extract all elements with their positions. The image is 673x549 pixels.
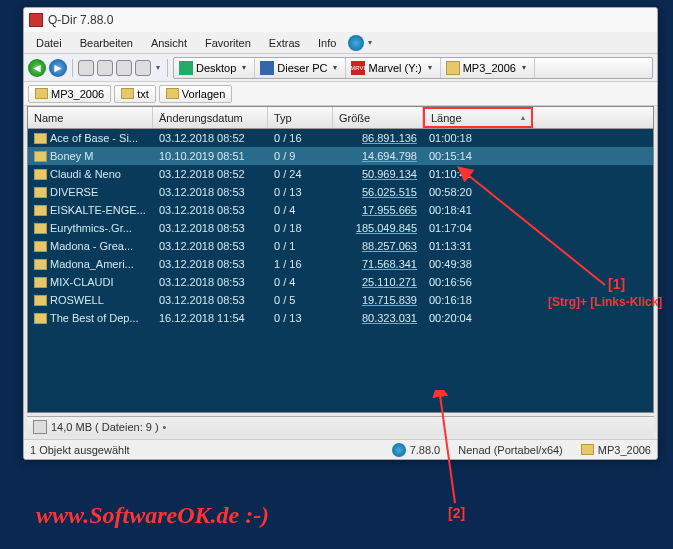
column-headers: Name Änderungsdatum Typ Größe Länge▴ xyxy=(28,107,653,129)
chevron-down-icon[interactable]: ▾ xyxy=(519,63,529,72)
cell-typ: 0 / 24 xyxy=(268,167,333,181)
menu-dropdown-icon[interactable]: ▾ xyxy=(366,38,374,47)
cell-date: 03.12.2018 08:53 xyxy=(153,221,268,235)
file-list[interactable]: Ace of Base - Si...03.12.2018 08:520 / 1… xyxy=(28,129,653,412)
cell-length: 00:49:38 xyxy=(423,257,533,271)
cell-name: The Best of Dep... xyxy=(28,311,153,325)
bc-drive[interactable]: MRVL Marvel (Y:) ▾ xyxy=(346,58,440,78)
bc-label: Dieser PC xyxy=(277,62,327,74)
table-row[interactable]: Claudi & Neno03.12.2018 08:520 / 2450.96… xyxy=(28,165,653,183)
folder-tabs: MP3_2006 txt Vorlagen xyxy=(24,82,657,106)
app-icon xyxy=(29,13,43,27)
bc-desktop[interactable]: Desktop ▾ xyxy=(174,58,255,78)
cell-size: 80.323.031 xyxy=(333,311,423,325)
cell-typ: 0 / 1 xyxy=(268,239,333,253)
chevron-down-icon[interactable]: ▾ xyxy=(330,63,340,72)
back-button[interactable]: ◄ xyxy=(28,59,46,77)
table-row[interactable]: DIVERSE03.12.2018 08:530 / 1356.025.5150… xyxy=(28,183,653,201)
folder-icon xyxy=(35,88,48,99)
cell-size: 19.715.839 xyxy=(333,293,423,307)
app-window: Q-Dir 7.88.0 Datei Bearbeiten Ansicht Fa… xyxy=(23,7,658,460)
cell-size: 17.955.665 xyxy=(333,203,423,217)
col-date[interactable]: Änderungsdatum xyxy=(153,107,268,128)
table-row[interactable]: Eurythmics-.Gr...03.12.2018 08:530 / 181… xyxy=(28,219,653,237)
menu-edit[interactable]: Bearbeiten xyxy=(72,35,141,51)
status-folder: MP3_2006 xyxy=(598,444,651,456)
chevron-down-icon[interactable]: ▾ xyxy=(425,63,435,72)
cell-name: DIVERSE xyxy=(28,185,153,199)
cell-size: 50.969.134 xyxy=(333,167,423,181)
menubar: Datei Bearbeiten Ansicht Favoriten Extra… xyxy=(24,32,657,54)
menu-extras[interactable]: Extras xyxy=(261,35,308,51)
cell-name: Boney M xyxy=(28,149,153,163)
layout-icon-4[interactable] xyxy=(135,60,151,76)
cell-date: 03.12.2018 08:53 xyxy=(153,185,268,199)
watermark: www.SoftwareOK.de :-) xyxy=(36,502,269,529)
tab-label: Vorlagen xyxy=(182,88,225,100)
table-row[interactable]: Madona - Grea...03.12.2018 08:530 / 188.… xyxy=(28,237,653,255)
col-name[interactable]: Name xyxy=(28,107,153,128)
col-length-highlighted[interactable]: Länge▴ xyxy=(423,107,533,128)
annotation-2: [2] xyxy=(448,505,465,521)
bc-pc[interactable]: Dieser PC ▾ xyxy=(255,58,346,78)
folder-icon xyxy=(581,444,594,455)
cell-name: ROSWELL xyxy=(28,293,153,307)
folder-icon xyxy=(34,169,47,180)
folder-icon xyxy=(166,88,179,99)
status-expand[interactable]: • xyxy=(163,421,167,433)
cell-date: 03.12.2018 08:52 xyxy=(153,131,268,145)
cell-size: 56.025.515 xyxy=(333,185,423,199)
col-size[interactable]: Größe xyxy=(333,107,423,128)
drive-icon: MRVL xyxy=(351,61,365,75)
forward-button[interactable]: ► xyxy=(49,59,67,77)
cell-typ: 0 / 4 xyxy=(268,275,333,289)
cell-length: 01:10:41 xyxy=(423,167,533,181)
folder-tab-2[interactable]: txt xyxy=(114,85,156,103)
separator xyxy=(167,59,168,77)
col-typ[interactable]: Typ xyxy=(268,107,333,128)
table-row[interactable]: Boney M10.10.2019 08:510 / 914.694.79800… xyxy=(28,147,653,165)
status-version: 7.88.0 xyxy=(410,444,441,456)
table-row[interactable]: MIX-CLAUDI03.12.2018 08:530 / 425.110.27… xyxy=(28,273,653,291)
menu-view[interactable]: Ansicht xyxy=(143,35,195,51)
toolbar-drop[interactable]: ▾ xyxy=(154,63,162,72)
status-chip-icon[interactable] xyxy=(33,420,47,434)
cell-typ: 0 / 16 xyxy=(268,131,333,145)
folder-icon xyxy=(446,61,460,75)
table-row[interactable]: Madona_Ameri...03.12.2018 08:531 / 1671.… xyxy=(28,255,653,273)
titlebar[interactable]: Q-Dir 7.88.0 xyxy=(24,8,657,32)
menu-info[interactable]: Info xyxy=(310,35,344,51)
sort-indicator-icon: ▴ xyxy=(521,113,525,122)
cell-date: 10.10.2019 08:51 xyxy=(153,149,268,163)
layout-icon-3[interactable] xyxy=(116,60,132,76)
status-bar-window: 1 Objekt ausgewählt 7.88.0 Nenad (Portab… xyxy=(24,439,657,459)
folder-tab-1[interactable]: MP3_2006 xyxy=(28,85,111,103)
annotation-1: [1] xyxy=(608,276,625,292)
bc-label: Desktop xyxy=(196,62,236,74)
window-title: Q-Dir 7.88.0 xyxy=(48,13,113,27)
globe-icon[interactable] xyxy=(348,35,364,51)
cell-typ: 0 / 4 xyxy=(268,203,333,217)
bc-folder[interactable]: MP3_2006 ▾ xyxy=(441,58,535,78)
menu-favorites[interactable]: Favoriten xyxy=(197,35,259,51)
cell-name: EISKALTE-ENGE... xyxy=(28,203,153,217)
cell-typ: 0 / 9 xyxy=(268,149,333,163)
layout-icon-1[interactable] xyxy=(78,60,94,76)
cell-size: 71.568.341 xyxy=(333,257,423,271)
cell-length: 00:18:41 xyxy=(423,203,533,217)
folder-icon xyxy=(121,88,134,99)
table-row[interactable]: Ace of Base - Si...03.12.2018 08:520 / 1… xyxy=(28,129,653,147)
chevron-down-icon[interactable]: ▾ xyxy=(239,63,249,72)
folder-tab-3[interactable]: Vorlagen xyxy=(159,85,232,103)
cell-size: 14.694.798 xyxy=(333,149,423,163)
layout-icon-2[interactable] xyxy=(97,60,113,76)
breadcrumb[interactable]: Desktop ▾ Dieser PC ▾ MRVL Marvel (Y:) ▾… xyxy=(173,57,653,79)
table-row[interactable]: The Best of Dep...16.12.2018 11:540 / 13… xyxy=(28,309,653,327)
table-row[interactable]: EISKALTE-ENGE...03.12.2018 08:530 / 417.… xyxy=(28,201,653,219)
folder-icon xyxy=(34,259,47,270)
bc-label: Marvel (Y:) xyxy=(368,62,421,74)
folder-icon xyxy=(34,133,47,144)
cell-size: 86.891.136 xyxy=(333,131,423,145)
tab-label: txt xyxy=(137,88,149,100)
menu-file[interactable]: Datei xyxy=(28,35,70,51)
